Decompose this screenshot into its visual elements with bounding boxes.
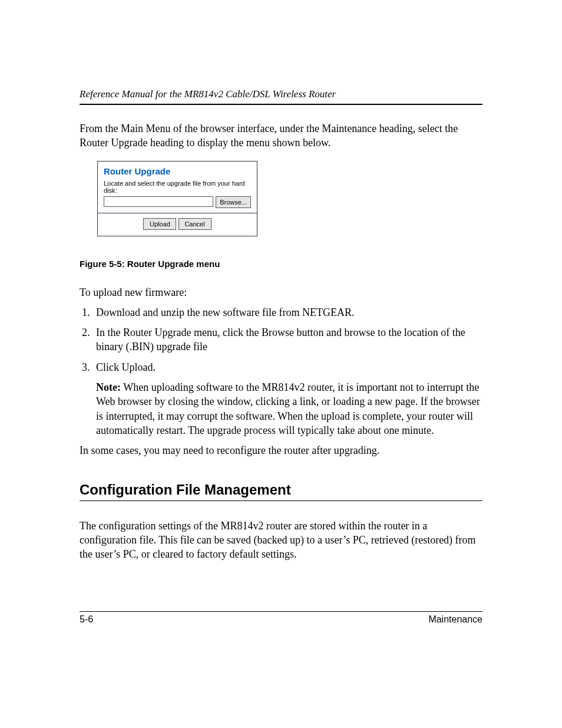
step-2: In the Router Upgrade menu, click the Br… — [92, 325, 482, 354]
page: Reference Manual for the MR814v2 Cable/D… — [0, 0, 562, 728]
page-footer: 5-6 Maintenance — [80, 611, 482, 625]
after-steps-paragraph: In some cases, you may need to reconfigu… — [80, 443, 482, 457]
step-3-text: Click Upload. — [96, 361, 156, 373]
panel-button-row: Upload Cancel — [104, 218, 251, 231]
steps-list: Download and unzip the new software file… — [80, 305, 482, 437]
step-1: Download and unzip the new software file… — [92, 305, 482, 319]
upload-intro: To upload new firmware: — [80, 285, 482, 299]
note-label: Note: — [96, 381, 121, 393]
file-path-input[interactable] — [104, 196, 213, 207]
step-3: Click Upload. Note: When uploading softw… — [92, 360, 482, 437]
cancel-button[interactable]: Cancel — [178, 218, 211, 230]
panel-title: Router Upgrade — [98, 162, 257, 180]
step-3-note: Note: When uploading software to the MR8… — [96, 380, 482, 437]
file-row: Browse... — [104, 196, 251, 208]
note-body: When uploading software to the MR814v2 r… — [96, 381, 480, 436]
panel-separator — [98, 213, 257, 213]
upload-button[interactable]: Upload — [143, 218, 176, 230]
footer-page-number: 5-6 — [80, 614, 93, 625]
figure-caption: Figure 5-5: Router Upgrade menu — [80, 259, 482, 269]
panel-prompt: Locate and select the upgrade file from … — [104, 180, 251, 194]
panel-body: Locate and select the upgrade file from … — [98, 180, 257, 236]
router-upgrade-panel: Router Upgrade Locate and select the upg… — [97, 161, 257, 236]
browse-button[interactable]: Browse... — [216, 196, 251, 208]
intro-paragraph: From the Main Menu of the browser interf… — [80, 121, 482, 150]
config-paragraph: The configuration settings of the MR814v… — [80, 519, 482, 562]
section-heading: Configuration File Management — [80, 482, 482, 501]
footer-section: Maintenance — [428, 614, 482, 625]
running-header: Reference Manual for the MR814v2 Cable/D… — [80, 88, 482, 105]
